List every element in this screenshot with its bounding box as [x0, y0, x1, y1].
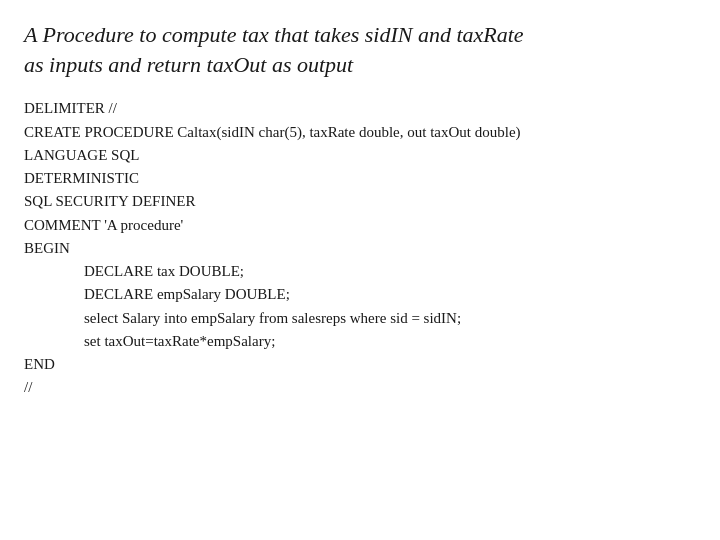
main-container: A Procedure to compute tax that takes si… [0, 0, 720, 540]
page-title: A Procedure to compute tax that takes si… [24, 20, 696, 79]
title-line1: A Procedure to compute tax that takes si… [24, 22, 524, 47]
code-line: LANGUAGE SQL [24, 144, 696, 167]
code-line: DELIMITER // [24, 97, 696, 120]
code-block: DELIMITER //CREATE PROCEDURE Caltax(sidI… [24, 97, 696, 399]
code-line: // [24, 376, 696, 399]
code-line: DECLARE tax DOUBLE; [24, 260, 696, 283]
code-line: BEGIN [24, 237, 696, 260]
code-line: END [24, 353, 696, 376]
code-line: SQL SECURITY DEFINER [24, 190, 696, 213]
code-line: select Salary into empSalary from salesr… [24, 307, 696, 330]
title-line2: as inputs and return taxOut as output [24, 52, 353, 77]
code-line: DECLARE empSalary DOUBLE; [24, 283, 696, 306]
code-line: set taxOut=taxRate*empSalary; [24, 330, 696, 353]
code-line: DETERMINISTIC [24, 167, 696, 190]
code-line: CREATE PROCEDURE Caltax(sidIN char(5), t… [24, 121, 696, 144]
code-line: COMMENT 'A procedure' [24, 214, 696, 237]
